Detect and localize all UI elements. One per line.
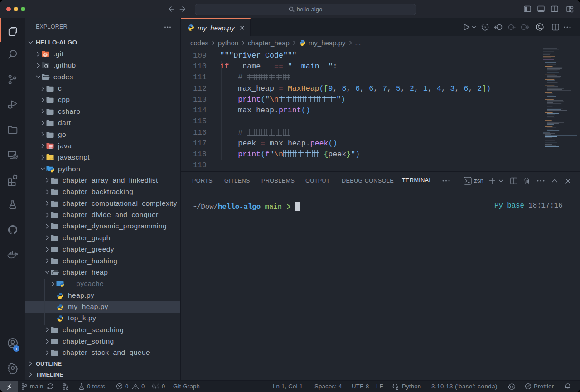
svg-text:JS: JS <box>49 157 54 161</box>
